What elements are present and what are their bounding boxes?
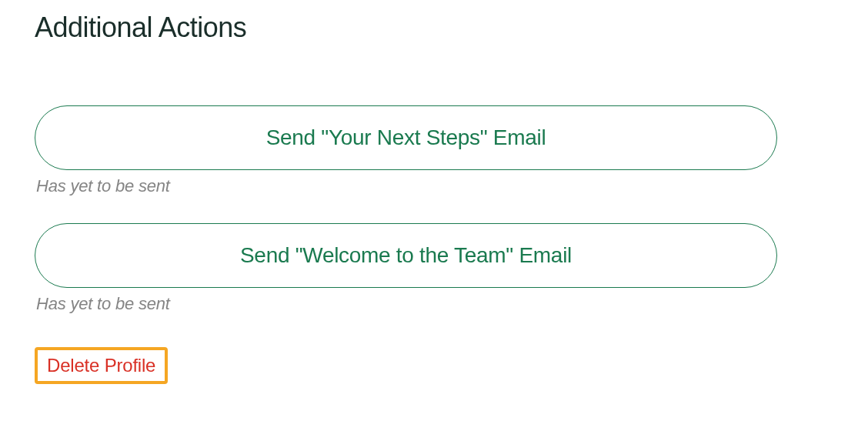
send-welcome-email-button[interactable]: Send "Welcome to the Team" Email bbox=[35, 223, 777, 288]
next-steps-status: Has yet to be sent bbox=[36, 176, 833, 196]
welcome-status: Has yet to be sent bbox=[36, 294, 833, 314]
send-next-steps-email-button[interactable]: Send "Your Next Steps" Email bbox=[35, 105, 777, 170]
section-title: Additional Actions bbox=[35, 12, 833, 44]
action-group-next-steps: Send "Your Next Steps" Email Has yet to … bbox=[35, 105, 833, 196]
action-group-welcome: Send "Welcome to the Team" Email Has yet… bbox=[35, 223, 833, 314]
delete-profile-highlight: Delete Profile bbox=[35, 347, 168, 384]
delete-profile-link[interactable]: Delete Profile bbox=[47, 355, 155, 376]
